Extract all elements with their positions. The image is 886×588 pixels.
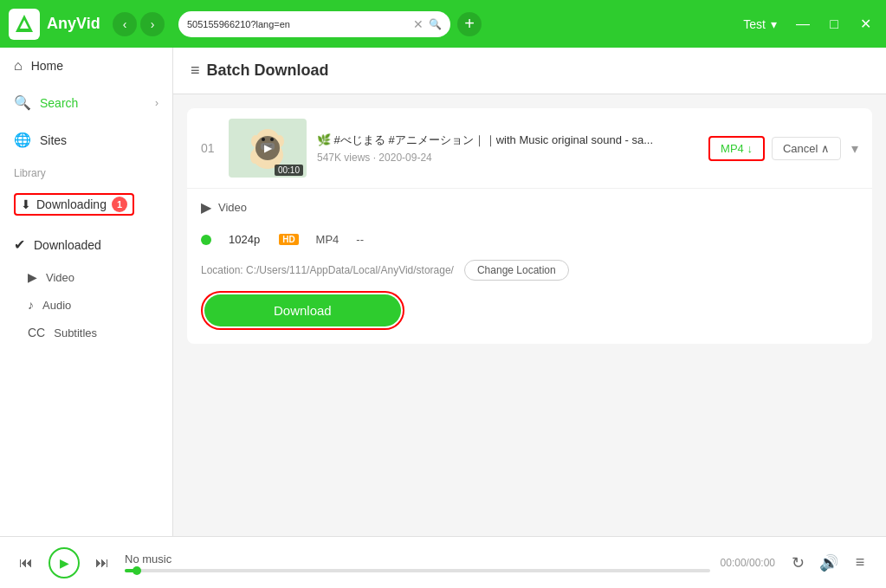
audio-icon: ♪	[28, 298, 34, 312]
video-icon: ▶	[28, 270, 37, 284]
video-expand-icon[interactable]: ▾	[851, 140, 858, 157]
library-divider: Library	[0, 158, 172, 183]
video-title: 🌿 #べじまる #アニメーション｜｜with Music original so…	[317, 132, 698, 148]
downloading-badge: 1	[112, 197, 127, 212]
sites-icon: 🌐	[14, 132, 31, 148]
volume-icon[interactable]: 🔊	[817, 551, 841, 575]
format-size: --	[356, 233, 364, 246]
detail-format-row: 1024p HD MP4 --	[201, 226, 858, 253]
player-bar: ⏮ ▶ ⏭ No music 00:00/00:00 ↻ 🔊 ≡	[0, 536, 886, 588]
downloading-box: ⬇ Downloading 1	[14, 193, 134, 216]
detail-type-label: Video	[218, 201, 247, 214]
home-icon: ⌂	[14, 58, 23, 74]
player-progress-bar[interactable]	[125, 569, 710, 572]
player-time: 00:00/00:00	[721, 557, 775, 569]
location-row: Location: C:/Users/111/AppData/Local/Any…	[201, 260, 858, 281]
player-track-title: No music	[125, 552, 710, 565]
sidebar-downloading-label: Downloading	[36, 197, 107, 211]
url-search-icon[interactable]: 🔍	[429, 18, 442, 30]
play-overlay-icon: ▶	[255, 136, 280, 160]
sidebar-item-sites[interactable]: 🌐 Sites	[0, 121, 172, 158]
close-button[interactable]: ✕	[853, 12, 877, 36]
download-icon: ⬇	[21, 197, 31, 211]
play-pause-button[interactable]: ▶	[49, 547, 80, 578]
format-resolution: 1024p	[229, 233, 260, 246]
sidebar-home-label: Home	[31, 59, 63, 73]
thumb-duration: 00:10	[275, 165, 303, 176]
user-dropdown-icon: ▾	[771, 17, 777, 31]
window-controls: — □ ✕	[791, 12, 877, 36]
nav-forward-button[interactable]: ›	[140, 12, 165, 36]
header-list-icon: ≡	[191, 61, 200, 80]
next-track-button[interactable]: ⏭	[90, 551, 114, 575]
sidebar-item-subtitles[interactable]: CC Subtitles	[0, 319, 172, 346]
titlebar: AnyVid ‹ › 505155966210?lang=en ✕ 🔍 + Te…	[0, 0, 886, 48]
hd-badge: HD	[279, 234, 298, 245]
video-info: 🌿 #べじまる #アニメーション｜｜with Music original so…	[317, 132, 698, 164]
url-close-icon[interactable]: ✕	[413, 17, 424, 31]
logo-area: AnyVid	[9, 9, 113, 40]
location-text: Location: C:/Users/111/AppData/Local/Any…	[201, 264, 454, 276]
download-button[interactable]: Download	[204, 294, 401, 326]
user-menu[interactable]: Test ▾	[743, 17, 777, 31]
url-text: 505155966210?lang=en	[187, 19, 408, 29]
detail-video-icon: ▶	[201, 199, 211, 216]
sidebar-search-label: Search	[40, 96, 78, 110]
sidebar-item-video[interactable]: ▶ Video	[0, 263, 172, 291]
page-title: Batch Download	[207, 61, 329, 80]
maximize-button[interactable]: □	[822, 12, 846, 36]
radio-selected-icon	[201, 235, 211, 245]
sidebar: ⌂ Home 🔍 Search › 🌐 Sites Library ⬇ Down…	[0, 48, 173, 536]
sidebar-audio-label: Audio	[42, 299, 71, 312]
prev-track-button[interactable]: ⏮	[14, 551, 38, 575]
add-tab-button[interactable]: +	[457, 12, 482, 36]
sidebar-video-label: Video	[46, 271, 74, 284]
content-body: 01	[173, 94, 886, 536]
subtitles-icon: CC	[28, 326, 45, 339]
content-area: ≡ Batch Download 01	[173, 48, 886, 536]
sidebar-item-downloaded[interactable]: ✔ Downloaded	[0, 226, 172, 263]
video-row: 01	[187, 108, 872, 189]
sidebar-sites-label: Sites	[40, 133, 67, 147]
video-index: 01	[201, 141, 218, 155]
app-name: AnyVid	[47, 15, 100, 33]
playlist-icon[interactable]: ≡	[848, 551, 872, 575]
nav-back-button[interactable]: ‹	[113, 12, 137, 36]
change-location-button[interactable]: Change Location	[464, 260, 569, 281]
logo-icon	[9, 9, 40, 40]
search-icon: 🔍	[14, 94, 31, 111]
sidebar-item-home[interactable]: ⌂ Home	[0, 48, 172, 84]
search-arrow-icon: ›	[155, 97, 158, 109]
cancel-label: Cancel ∧	[783, 142, 830, 155]
video-meta: 547K views · 2020-09-24	[317, 152, 698, 164]
nav-arrows: ‹ ›	[113, 12, 165, 36]
video-thumbnail: ▶ 00:10	[229, 119, 307, 178]
mp4-format-button[interactable]: MP4 ↓	[708, 136, 765, 161]
video-card: 01	[187, 108, 872, 344]
url-bar[interactable]: 505155966210?lang=en ✕ 🔍	[178, 11, 450, 37]
video-detail: ▶ Video 1024p HD MP4 -- Location: C:/Use…	[187, 189, 872, 344]
sidebar-item-downloading[interactable]: ⬇ Downloading 1	[0, 183, 172, 226]
format-type: MP4	[316, 233, 340, 246]
sidebar-subtitles-label: Subtitles	[54, 326, 97, 339]
main-layout: ⌂ Home 🔍 Search › 🌐 Sites Library ⬇ Down…	[0, 48, 886, 536]
download-btn-wrapper: Download	[201, 291, 404, 330]
user-name: Test	[743, 17, 766, 31]
sidebar-item-search[interactable]: 🔍 Search ›	[0, 84, 172, 121]
minimize-button[interactable]: —	[791, 12, 815, 36]
sidebar-downloaded-label: Downloaded	[34, 238, 101, 252]
mp4-label: MP4 ↓	[721, 142, 753, 155]
player-progress-dot	[133, 566, 141, 575]
player-right-controls: ↻ 🔊 ≡	[786, 551, 872, 575]
repeat-icon[interactable]: ↻	[786, 551, 810, 575]
detail-type-row: ▶ Video	[201, 199, 858, 216]
video-actions: MP4 ↓ Cancel ∧	[708, 136, 841, 161]
cancel-button[interactable]: Cancel ∧	[772, 137, 841, 160]
player-info: No music	[125, 552, 710, 572]
content-header: ≡ Batch Download	[173, 48, 886, 94]
downloaded-icon: ✔	[14, 236, 25, 253]
sidebar-item-audio[interactable]: ♪ Audio	[0, 291, 172, 319]
